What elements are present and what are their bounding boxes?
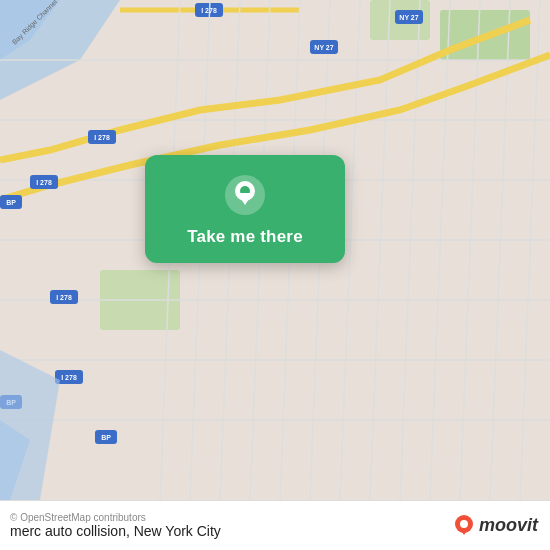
svg-text:I 278: I 278 (94, 134, 110, 141)
moovit-logo: moovit (453, 515, 538, 537)
attribution-text: © OpenStreetMap contributors (10, 512, 221, 523)
svg-text:BP: BP (101, 434, 111, 441)
svg-text:I 278: I 278 (56, 294, 72, 301)
moovit-brand-text: moovit (479, 515, 538, 536)
footer-info: © OpenStreetMap contributors merc auto c… (10, 512, 221, 539)
location-pin-icon (223, 173, 267, 217)
moovit-pin-icon (453, 515, 475, 537)
svg-text:NY 27: NY 27 (314, 44, 333, 51)
footer-bar: © OpenStreetMap contributors merc auto c… (0, 500, 550, 550)
take-me-there-button[interactable]: Take me there (187, 227, 303, 247)
svg-text:I 278: I 278 (61, 374, 77, 381)
map-container: I 278 I 278 I 278 I 278 (0, 0, 550, 500)
cta-card[interactable]: Take me there (145, 155, 345, 263)
svg-point-56 (460, 520, 468, 528)
svg-text:I 278: I 278 (36, 179, 52, 186)
location-label: merc auto collision, New York City (10, 523, 221, 539)
svg-text:NY 27: NY 27 (399, 14, 418, 21)
svg-text:BP: BP (6, 199, 16, 206)
